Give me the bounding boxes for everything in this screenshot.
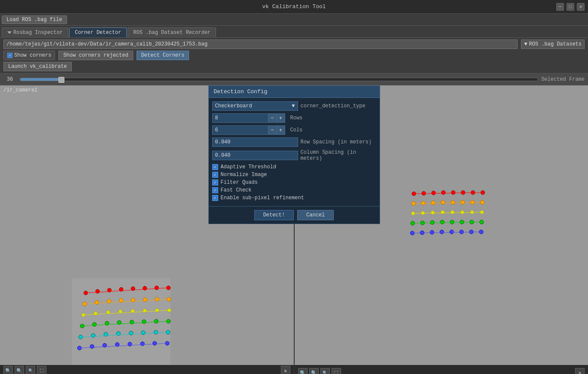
cols-input[interactable] [212,125,268,135]
row-spacing-input[interactable] [212,137,298,147]
svg-point-67 [441,201,445,204]
filter-quads-row[interactable]: ✓ Filter Quads [212,179,376,185]
tab-corner-detector-label: Corner Detector [75,30,121,36]
svg-point-59 [451,191,455,195]
left-camera-bottom: 🔍 🔍 🔍 ⛶ ⇅ CV_8UC3 640x512 - Zoom:1.000 [0,365,294,374]
right-fullscreen-button[interactable]: ⛶ [332,368,341,374]
normalize-image-row[interactable]: ✓ Normalize Image [212,172,376,178]
tab-rosbag-inspector[interactable]: Rosbag Inspector [2,27,68,37]
rows-increment-button[interactable]: + [277,113,285,123]
fast-check-row[interactable]: ✓ Fast Check [212,187,376,193]
fast-check-label: Fast Check [221,187,252,193]
tab-bar: Rosbag Inspector Corner Detector ROS .ba… [0,26,588,38]
rows-spinbox: − + [212,113,285,123]
detect-button[interactable]: Detect! [254,210,294,220]
svg-point-86 [450,220,454,224]
left-camera-controls: 🔍 🔍 🔍 ⛶ ⇅ [3,366,290,374]
toolbar: ▼ ROS .bag Datasets ✓ Show corners Show … [0,38,588,73]
left-camera-label: /ir_camera1 [3,87,37,93]
maximize-button[interactable]: □ [567,3,574,11]
corner-type-label: corner_detection_type [301,103,376,109]
dialog-body: Checkerboard ▼ corner_detection_type − +… [209,98,380,206]
svg-point-78 [460,210,464,214]
frame-slider[interactable] [20,78,538,81]
filter-quads-checkbox: ✓ [212,179,218,185]
col-spacing-label: Column Spacing (in meters) [301,149,376,161]
svg-point-20 [94,311,97,315]
svg-point-25 [155,308,159,312]
rows-input[interactable] [212,113,268,123]
rows-decrement-button[interactable]: − [268,113,277,123]
subpixel-refinement-row[interactable]: ✓ Enable sub-pixel refinement [212,195,376,201]
launch-button[interactable]: Launch vk_calibrate [3,62,72,71]
toolbar-row-buttons: ✓ Show corners Show corners rejected Det… [3,51,585,60]
svg-point-24 [143,309,147,313]
window-controls: ─ □ ✕ [556,3,585,11]
show-corners-button[interactable]: ✓ Show corners [3,51,55,60]
load-bag-button[interactable]: Load ROS .bag file [2,15,67,24]
left-fullscreen-button[interactable]: ⛶ [37,366,46,374]
tab-ros-bag-dataset-recorder[interactable]: ROS .bag Dataset Recorder [128,27,216,37]
fast-check-checkbox: ✓ [212,187,218,193]
bag-path-input[interactable] [3,40,518,49]
svg-point-58 [441,191,445,195]
svg-point-96 [459,230,463,234]
svg-point-15 [143,298,147,301]
cols-increment-button[interactable]: + [277,125,285,135]
right-camera-bottom: 🔍 🔍 🔍 ⛶ ⇅ CV_8UC3 640x512 - Zoom:1.000 [295,365,588,374]
window-title: vk Calibration Tool [262,3,326,10]
svg-point-66 [431,201,435,205]
left-zoom-in-button[interactable]: 🔍 [3,366,13,374]
corner-type-value: Checkerboard [215,103,252,109]
right-zoom-fit-button[interactable]: 🔍 [320,368,330,374]
left-settings-button[interactable]: ⇅ [281,366,290,374]
svg-point-47 [90,344,94,348]
dialog-footer: Detect! Cancel [209,206,380,224]
menu-bar: Load ROS .bag file [0,14,588,26]
close-button[interactable]: ✕ [577,3,585,11]
svg-point-93 [430,230,434,234]
frame-number: 36 [3,76,16,82]
left-zoom-fit-button[interactable]: 🔍 [26,366,35,374]
svg-point-57 [431,191,435,195]
svg-point-7 [155,286,158,290]
right-zoom-out-button[interactable]: 🔍 [309,368,319,374]
frame-label: Selected Frame [541,76,585,82]
datasets-label: ROS .bag Datasets [529,41,582,47]
corner-type-dropdown-icon: ▼ [292,103,295,109]
cols-label: Cols [290,127,303,133]
adaptive-threshold-checkbox: ✓ [212,164,218,170]
tab-corner-detector[interactable]: Corner Detector [69,27,127,37]
adaptive-threshold-label: Adaptive Threshold [221,164,277,170]
show-corners-rejected-button[interactable]: Show corners rejected [58,51,133,60]
svg-point-87 [460,220,463,224]
frame-slider-thumb[interactable] [58,77,64,83]
dialog-row-spacing-row: Row Spacing (in meters) [212,137,376,147]
title-bar: vk Calibration Tool ─ □ ✕ [0,0,588,14]
svg-point-75 [430,211,434,215]
minimize-button[interactable]: ─ [556,3,564,11]
datasets-dropdown[interactable]: ▼ ROS .bag Datasets [521,40,585,49]
svg-point-33 [142,320,146,324]
left-zoom-out-button[interactable]: 🔍 [15,366,24,374]
right-zoom-in-button[interactable]: 🔍 [298,368,308,374]
toolbar-row-launch: Launch vk_calibrate [3,62,585,71]
svg-point-85 [440,220,444,224]
svg-point-42 [141,331,145,334]
adaptive-threshold-row[interactable]: ✓ Adaptive Threshold [212,164,376,170]
svg-point-52 [153,341,157,345]
detect-corners-button[interactable]: Detect Corners [137,51,189,60]
right-settings-button[interactable]: ⇅ [575,368,585,374]
corner-type-select[interactable]: Checkerboard ▼ [212,101,298,111]
dialog-rows-row: − + Rows [212,113,376,123]
cancel-button[interactable]: Cancel [297,210,334,220]
cols-decrement-button[interactable]: − [268,125,277,135]
svg-point-84 [430,220,434,224]
svg-point-94 [440,230,444,234]
subpixel-refinement-label: Enable sub-pixel refinement [221,195,304,201]
col-spacing-input[interactable] [212,151,298,160]
triangle-icon: ▼ [524,41,527,47]
main-content: /ir_camera1 🔍 🔍 🔍 ⛶ ⇅ CV_8UC3 640x512 - … [0,85,588,374]
svg-point-51 [140,342,144,346]
row-spacing-label: Row Spacing (in meters) [301,139,376,145]
